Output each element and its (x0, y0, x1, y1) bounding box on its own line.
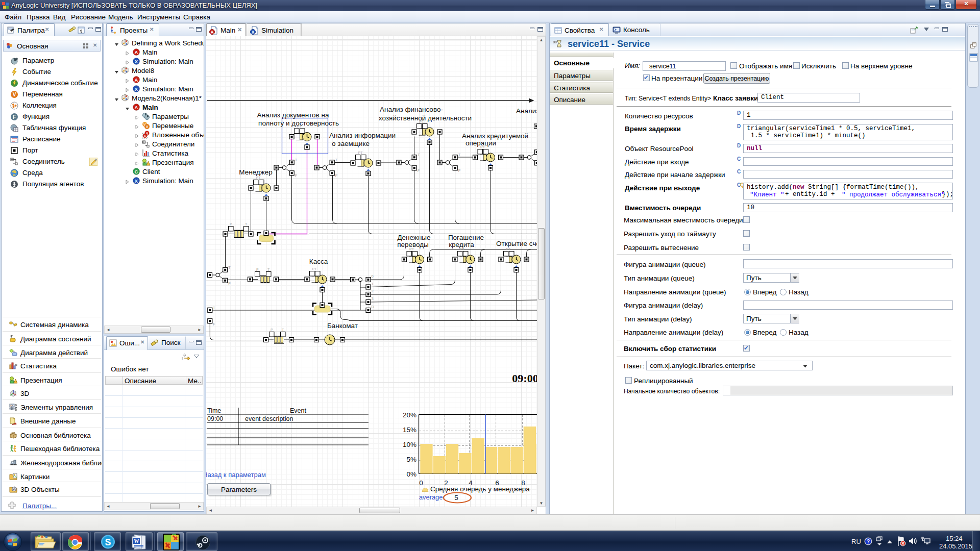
svg-text:Касса: Касса (309, 258, 328, 265)
svg-text:Анализ финансово-: Анализ финансово- (380, 106, 443, 113)
svg-text:?: ? (867, 539, 870, 544)
svg-text:10%: 10% (403, 441, 416, 448)
svg-text:X: X (135, 86, 138, 92)
svg-text:V: V (13, 92, 16, 97)
svg-text:F: F (335, 173, 338, 178)
svg-text:T: T (458, 153, 461, 157)
svg-text:S: S (105, 537, 111, 547)
svg-text:Анализ кредитуемой: Анализ кредитуемой (462, 132, 528, 140)
svg-text:Event: Event (290, 407, 306, 414)
svg-text:15%: 15% (403, 426, 416, 434)
svg-text:T: T (213, 306, 215, 310)
svg-text:Назад к параметрам: Назад к параметрам (206, 471, 266, 479)
svg-text:A: A (135, 49, 138, 55)
svg-text:Средняя очередь у менеджера: Средняя очередь у менеджера (430, 485, 530, 493)
svg-text:X: X (252, 30, 255, 35)
svg-text:Денежные: Денежные (397, 234, 430, 241)
svg-text:A: A (135, 105, 138, 110)
svg-text:полноту и достоверность: полноту и достоверность (258, 119, 339, 127)
svg-text:5%: 5% (406, 456, 416, 463)
svg-text:хозяйственной деятельности: хозяйственной деятельности (379, 114, 472, 122)
svg-text:X: X (135, 59, 138, 64)
svg-text:Time: Time (207, 407, 221, 414)
svg-text:D: D (372, 305, 375, 309)
svg-text:T: T (335, 158, 338, 162)
svg-text:F: F (228, 281, 231, 286)
svg-text:0%: 0% (406, 470, 416, 478)
svg-text:09:00: 09:00 (207, 415, 223, 422)
svg-text:о заемщике: о заемщике (332, 140, 370, 147)
svg-text:T: T (228, 265, 231, 270)
svg-text:T: T (245, 222, 248, 226)
svg-text:P: P (230, 222, 232, 226)
svg-text:W: W (134, 538, 139, 544)
svg-text:переводы: переводы (397, 241, 429, 248)
svg-text:Анализ: Анализ (516, 107, 537, 115)
svg-text:1: 1 (372, 282, 374, 286)
svg-text:0: 0 (372, 274, 374, 279)
svg-text:3: 3 (372, 296, 374, 301)
svg-text:F: F (458, 168, 461, 173)
svg-text:Погашение: Погашение (448, 234, 484, 241)
svg-text:T: T (282, 328, 284, 332)
svg-text:P: P (256, 268, 259, 271)
svg-text:09:00: 09:00 (512, 372, 537, 385)
svg-text:5: 5 (454, 494, 458, 502)
svg-text:V: V (146, 125, 149, 129)
svg-text:A: A (135, 77, 138, 83)
svg-text:F: F (213, 322, 215, 327)
svg-text:кредита: кредита (449, 241, 474, 248)
svg-text:Анализ документов на: Анализ документов на (257, 111, 329, 119)
svg-text:T: T (295, 158, 298, 162)
svg-text:0: 0 (419, 479, 423, 487)
svg-text:A: A (210, 30, 213, 35)
svg-text:20%: 20% (403, 411, 416, 419)
svg-text:2: 2 (372, 289, 374, 293)
svg-text:OK: OK (10, 405, 14, 407)
svg-text:Менеджер: Менеджер (239, 168, 273, 176)
svg-text:C: C (135, 169, 138, 174)
svg-text:T: T (267, 268, 270, 271)
svg-text:Анализ информации: Анализ информации (329, 132, 396, 139)
svg-text:P: P (271, 328, 273, 332)
svg-text:F: F (13, 114, 16, 120)
svg-text:A: A (144, 135, 146, 138)
svg-text:F: F (295, 173, 298, 178)
svg-text:F: F (418, 168, 420, 173)
svg-text:average:: average: (419, 493, 445, 501)
svg-text:T: T (418, 153, 420, 157)
svg-text:X: X (135, 178, 138, 184)
svg-text:Банкомат: Банкомат (327, 322, 358, 330)
svg-text:event description: event description (245, 415, 293, 422)
svg-text:Открытие счет: Открытие счет (496, 240, 537, 247)
svg-text:операции: операции (465, 139, 496, 147)
